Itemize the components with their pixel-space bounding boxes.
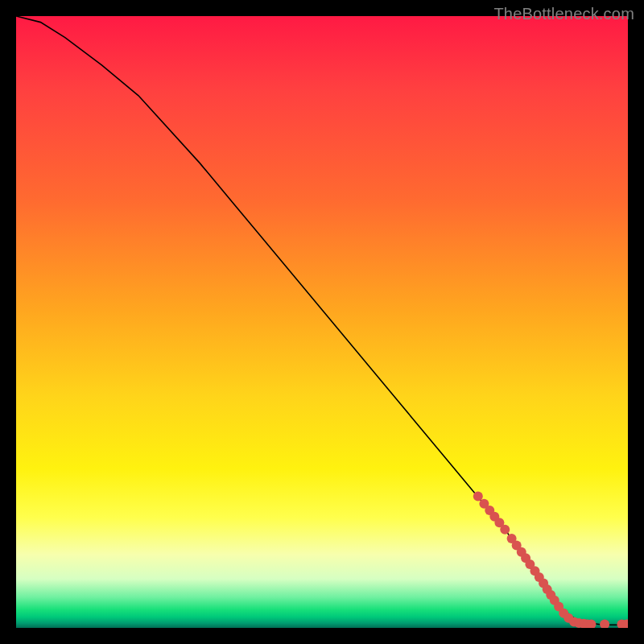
data-point-marker <box>500 525 510 535</box>
curve-layer <box>16 16 628 625</box>
data-point-marker <box>600 619 609 628</box>
watermark-text: TheBottleneck.com <box>493 5 634 23</box>
marker-layer <box>473 492 628 628</box>
bottleneck-curve <box>16 16 628 625</box>
plot-area <box>16 16 628 628</box>
chart-frame: TheBottleneck.com <box>0 0 644 644</box>
chart-svg <box>16 16 628 628</box>
